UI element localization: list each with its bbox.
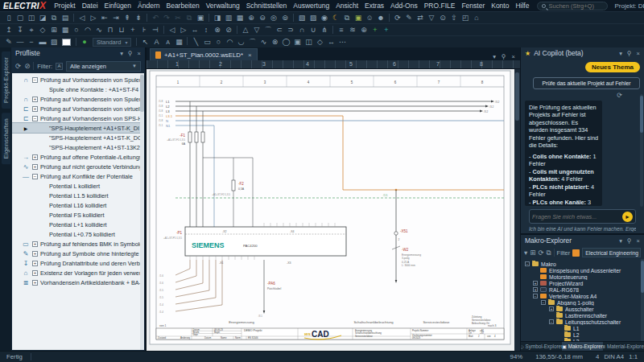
explorer-tab[interactable]: ▣ Makro-Explorer [562,342,603,351]
check-list-item[interactable]: ⊏ − Prüfung auf Vorhandensein von SPS-Ha… [12,113,144,123]
search-plus-icon[interactable]: ⊙ [437,13,448,23]
zoom-window-icon[interactable]: ⊚ [279,13,291,23]
macro-tree-item[interactable]: L1 [521,325,644,331]
copy-icon[interactable]: ⧉ [547,249,551,257]
send-button[interactable]: ► [622,212,633,222]
back-icon[interactable]: ◁ [76,13,88,23]
pen-icon[interactable]: ✎ [3,37,14,47]
separator[interactable] [147,14,147,22]
check-list-item[interactable]: "SPS-Hauptelement +A1+ST-K_DO ohne zu... [12,133,144,142]
menu-item[interactable]: Fenster [458,2,488,10]
motor-up-icon[interactable]: △ [240,25,251,35]
close-icon[interactable]: × [637,50,640,57]
collapse-icon[interactable]: ▾ [120,50,123,57]
preview-icon[interactable]: ◉ [319,13,330,23]
pin-down-icon[interactable]: ↧ [14,25,26,35]
account-icon[interactable]: ☻ [375,13,386,23]
macro-tree-item[interactable]: + ProjectWizard [521,280,644,286]
polygon-tool-icon[interactable]: ◇ [314,37,325,47]
terminal-left-icon[interactable]: ⊦ [138,25,150,35]
pin-icon[interactable]: ⚲ [128,50,133,57]
library-dropdown[interactable]: Electrical Engineering ... [582,248,641,257]
arc-tool-icon[interactable]: ◠ [224,37,235,47]
separator[interactable] [208,14,209,22]
wire-wave-icon[interactable]: ∿ [93,25,105,35]
expander-icon[interactable]: − [32,174,38,179]
expander-icon[interactable]: + [533,287,538,292]
add-potential-icon[interactable]: + [369,25,381,35]
expander-icon[interactable]: + [32,106,38,112]
menu-item[interactable]: PRO.FILE [421,2,459,10]
check-list-item[interactable]: ∩ + Prüfung auf Vorhandensein von Spulen… [12,94,144,104]
origin-icon[interactable]: ⌖ [26,25,37,35]
document-tab[interactable]: +A1+ST_Plan.0002.wsELD* × [150,48,258,60]
text-small-icon[interactable]: A [162,37,173,47]
zoom-fit-icon[interactable]: ◎ [268,13,279,23]
check-list-item[interactable]: ▭ + Prüfung auf fehlendes BMK in Symbole… [12,239,144,249]
macro-tree-item[interactable]: + RAL-RG678 [521,286,644,293]
pin-icon[interactable]: ⚲ [627,237,632,245]
refresh-icon[interactable]: ⟳ [15,62,21,70]
bus-icon[interactable]: ≡ [336,25,347,35]
separator[interactable] [237,26,237,34]
macro-tree-item[interactable]: L3 [521,338,644,341]
filter-dropdown[interactable]: Alle anzeigen ▼ [66,61,141,72]
arc-symbol-icon[interactable]: ◠ [82,25,93,35]
menu-item[interactable]: Datei [79,2,101,10]
coil-up-icon[interactable]: ∩ [296,25,308,35]
bracket-top-icon[interactable]: ⊓ [105,25,116,35]
explorer-tab[interactable]: ◇ Symbol-Explorer [521,342,562,351]
check-list-item[interactable]: ≣ + Vorhandensein Artikeldatenbank + BA-… [12,278,144,287]
redo-icon[interactable]: ↷ [161,13,172,23]
menu-item[interactable]: Hilfe [512,2,532,10]
expander-icon[interactable]: + [32,270,38,276]
check-list-item[interactable]: ▶ "SPS-Hauptelement +A1+ST-K_DI ohne zu.… [12,123,144,133]
cable-arc-icon[interactable]: ⌒ [262,25,274,35]
macro-tree-item[interactable]: − Abgang 1-polig [521,299,644,306]
check-list-item[interactable]: ⌂ + Existenz der Vorlagen für jeden verw… [12,268,144,278]
undo-icon[interactable]: ↶ [150,13,161,23]
global-search[interactable] [537,2,608,10]
close-tab-icon[interactable]: × [248,51,252,59]
pin-icon[interactable]: ⚲ [502,53,506,60]
macro-tree-item[interactable]: Einspeisung und Aussenleiter [521,267,644,274]
stretch-h-icon[interactable]: ↔ [189,25,200,35]
separator[interactable] [293,14,294,22]
zoom-out-icon[interactable]: ⊖ [257,13,268,23]
paste-icon[interactable]: ▣ [195,13,206,23]
symbol-diamond-icon[interactable]: ◇ [37,25,48,35]
new-topic-button[interactable]: Neues Thema [585,62,640,72]
curve-tool-icon[interactable]: ⌒ [246,37,258,47]
rect-tool-icon[interactable]: ▭ [201,37,213,47]
motor-down-icon[interactable]: ▽ [251,25,262,35]
tab-list-icon[interactable]: ▾ [493,53,496,60]
report-icon[interactable]: ▦ [234,13,246,23]
grid-icon[interactable]: ▨ [308,13,319,23]
refresh-icon[interactable]: ⟳ [392,13,403,23]
check-list-item[interactable]: ↧ + Prüfung Drahtattribute und deren Ver… [12,258,144,268]
macro-tree-item[interactable]: − Verteiler-Makros A4 [521,293,644,299]
transfer-icon[interactable]: ⇄ [415,13,426,23]
menu-item[interactable]: Ändern [134,2,163,10]
expander-icon[interactable]: + [32,97,38,102]
save-all-icon[interactable]: ⧉ [48,13,60,23]
next-page-icon[interactable]: ⇟ [133,13,144,23]
menu-item[interactable]: Konto [488,2,512,10]
coil-down-icon[interactable]: ∪ [308,25,319,35]
export-icon[interactable]: ⇧ [448,13,460,23]
chat-scrollbar[interactable] [640,94,643,207]
last-page-icon[interactable]: ⇥ [110,13,122,23]
fuse-symbol-icon[interactable]: ⊘ [223,25,234,35]
contact-left-icon[interactable]: ◁ [167,25,178,35]
arc2-tool-icon[interactable]: ◡ [235,37,246,47]
print-icon[interactable]: ▤ [60,13,71,23]
home-icon[interactable]: ⌂ [471,13,482,23]
menu-item[interactable]: Bearbeiten [163,2,203,10]
text-icon[interactable]: A [151,37,162,47]
contact-icon[interactable]: ☺ [364,13,375,23]
select-arrow-icon[interactable]: ↖ [139,37,151,47]
hatch-icon[interactable]: ▨ [48,37,60,47]
first-page-icon[interactable]: ⇤ [99,13,110,23]
separator[interactable] [73,14,74,22]
ellipse-tool-icon[interactable]: ◯ [280,37,291,47]
